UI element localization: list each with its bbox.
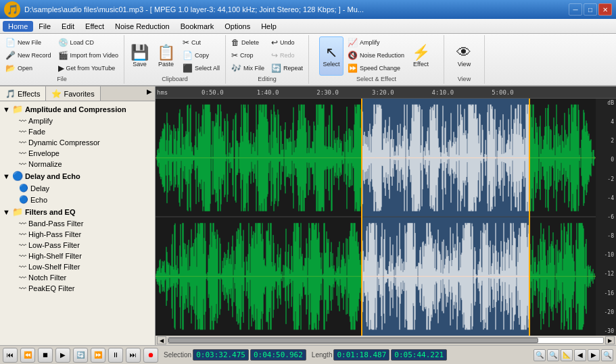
get-youtube-button[interactable]: ▶ Get from YouTube	[55, 62, 121, 74]
menu-bookmark[interactable]: Bookmark	[175, 21, 220, 32]
favorites-tab[interactable]: ⭐ Favorites	[46, 86, 100, 101]
scroll-prev-button[interactable]: ◀	[574, 349, 586, 361]
undo-button[interactable]: ↩ Undo	[268, 36, 306, 49]
scroll-track[interactable]	[168, 337, 604, 344]
load-cd-icon: 💿	[58, 38, 68, 47]
minimize-button[interactable]: ─	[569, 3, 582, 16]
tree-item-echo[interactable]: 🔵 Echo	[0, 194, 155, 205]
menu-noise-reduction[interactable]: Noise Reduction	[110, 21, 175, 32]
import-video-button[interactable]: 🎬 Import from Video	[55, 49, 121, 61]
transport-loop[interactable]: 🔄	[73, 348, 88, 363]
delay-echo-folder-icon: 🔵	[12, 171, 23, 181]
view-button[interactable]: 👁 View	[452, 36, 476, 76]
select-button[interactable]: ↖ Select	[319, 36, 343, 76]
tree-item-fade[interactable]: 〰 Fade	[0, 126, 155, 137]
menu-edit[interactable]: Edit	[56, 21, 80, 32]
zoom-in-button[interactable]: 🔍	[534, 349, 546, 361]
menu-effect[interactable]: Effect	[80, 21, 110, 32]
ribbon-group-clipboard: 💾 Save 📋 Paste ✂ Cut 📄 Copy ⬛ Select All	[124, 35, 226, 84]
tree-category-filters-eq[interactable]: ▼ 📁 Filters and EQ	[0, 205, 155, 218]
amplify-icon: 📈	[348, 38, 358, 47]
file-right-col: 💿 Load CD 🎬 Import from Video ▶ Get from…	[55, 36, 121, 74]
tree-item-low-pass[interactable]: 〰 Low-Pass Filter	[0, 240, 155, 251]
selection-label: Selection	[164, 351, 191, 359]
tree-item-notch[interactable]: 〰 Notch Filter	[0, 272, 155, 283]
delay-icon: 🔵	[19, 184, 28, 192]
tree-item-low-shelf[interactable]: 〰 Low-Shelf Filter	[0, 261, 155, 272]
tree-category-delay-echo[interactable]: ▼ 🔵 Delay and Echo	[0, 170, 155, 182]
noise-reduction-icon: 🔇	[348, 51, 358, 60]
ruler-label-050: 0:50.0	[202, 89, 224, 96]
cut-button[interactable]: ✂ Cut	[180, 36, 222, 49]
db-label-m30: -30	[596, 328, 614, 334]
panel-tabs: 🎵 Effects ⭐ Favorites ▶	[0, 86, 155, 101]
open-button[interactable]: 📂 Open	[3, 62, 54, 74]
transport-skip-back[interactable]: ⏮	[3, 348, 18, 363]
selection-start-value: 0:03:32.475	[193, 349, 249, 361]
transport-stop[interactable]: ⏹	[38, 348, 53, 363]
speed-change-button[interactable]: ⏩ Speed Change	[345, 62, 407, 74]
zoom-out-button[interactable]: 🔍	[547, 349, 559, 361]
zoom-fit-button[interactable]: 📐	[561, 349, 573, 361]
view-icon: 👁	[456, 45, 471, 60]
ruler-label-410: 4:10.0	[432, 89, 454, 96]
main-area: 🎵 Effects ⭐ Favorites ▶ ▼ 📁 Amplitude an…	[0, 86, 616, 345]
effects-tab[interactable]: 🎵 Effects	[0, 86, 46, 101]
tree-item-peakeq[interactable]: 〰 PeakEQ Filter	[0, 283, 155, 294]
redo-button[interactable]: ↪ Redo	[268, 49, 306, 61]
delete-button[interactable]: 🗑 Delete	[229, 36, 267, 49]
waveform-tracks[interactable]	[156, 99, 596, 336]
transport-forward[interactable]: ⏩	[91, 348, 105, 363]
menu-help[interactable]: Help	[256, 21, 282, 32]
tree-item-normalize[interactable]: 〰 Normalize	[0, 159, 155, 170]
tree-category-amplitude[interactable]: ▼ 📁 Amplitude and Compression	[0, 103, 155, 115]
ruler-label-500: 5:00.0	[492, 89, 514, 96]
effect-button[interactable]: ⚡ Effect	[408, 36, 433, 76]
tree-item-amplify[interactable]: 〰 Amplify	[0, 115, 155, 126]
noise-reduction-button[interactable]: 🔇 Noise Reduction	[345, 49, 407, 61]
repeat-button[interactable]: 🔄 Repeat	[268, 62, 306, 74]
load-cd-button[interactable]: 💿 Load CD	[55, 36, 121, 49]
total-value: 0:05:44.221	[391, 349, 447, 361]
filters-folder-icon: 📁	[12, 207, 23, 217]
transport-rewind[interactable]: ⏪	[20, 348, 35, 363]
status-bar: ⏮ ⏪ ⏹ ▶ 🔄 ⏩ ⏸ ⏭ ⏺ Selection 0:03:32.475 …	[0, 345, 616, 364]
menu-file[interactable]: File	[33, 21, 56, 32]
amplify-button[interactable]: 📈 Amplify	[345, 36, 407, 49]
transport-play[interactable]: ▶	[55, 348, 70, 363]
db-label-m12: -12	[596, 271, 614, 277]
copy-button[interactable]: 📄 Copy	[180, 49, 222, 61]
transport-skip-forward[interactable]: ⏭	[126, 348, 141, 363]
new-file-button[interactable]: 📄 New File	[3, 36, 54, 49]
selection-end-value: 0:04:50.962	[250, 349, 306, 361]
transport-pause[interactable]: ⏸	[108, 348, 123, 363]
tree-item-high-shelf[interactable]: 〰 High-Shelf Filter	[0, 251, 155, 261]
menu-options[interactable]: Options	[219, 21, 256, 32]
tree-item-high-pass[interactable]: 〰 High-Pass Filter	[0, 229, 155, 240]
menu-home[interactable]: Home	[3, 21, 33, 32]
scroll-next-button[interactable]: ▶	[588, 349, 600, 361]
tree-item-delay[interactable]: 🔵 Delay	[0, 182, 155, 194]
transport-record[interactable]: ⏺	[143, 348, 158, 363]
db-label-m2: -2	[596, 176, 614, 182]
effect-icon: ⚡	[412, 45, 430, 60]
tree-item-envelope[interactable]: 〰 Envelope	[0, 148, 155, 159]
maximize-button[interactable]: □	[584, 3, 597, 16]
speed-change-icon: ⏩	[348, 63, 358, 73]
waveform-canvas[interactable]	[156, 99, 596, 336]
close-button[interactable]: ✕	[598, 3, 612, 16]
scroll-right-button[interactable]: ▶	[605, 336, 615, 344]
new-record-icon: 🎤	[5, 51, 16, 60]
save-button[interactable]: 💾 Save	[127, 36, 152, 76]
paste-button[interactable]: 📋 Paste	[153, 36, 179, 76]
panel-nav-button[interactable]: ▶	[144, 86, 155, 101]
tree-item-dynamic-compressor[interactable]: 〰 Dynamic Compressor	[0, 137, 155, 148]
zoom-select-button[interactable]: 🔍	[601, 349, 613, 361]
crop-button[interactable]: ✂ Crop	[229, 49, 267, 61]
tree-item-band-pass[interactable]: 〰 Band-Pass Filter	[0, 218, 155, 229]
mix-file-button[interactable]: 🎶 Mix File	[229, 62, 267, 74]
scroll-thumb[interactable]	[168, 338, 538, 343]
scroll-left-button[interactable]: ◀	[157, 336, 166, 344]
select-all-button[interactable]: ⬛ Select All	[180, 62, 222, 74]
new-record-button[interactable]: 🎤 New Record	[3, 49, 54, 61]
